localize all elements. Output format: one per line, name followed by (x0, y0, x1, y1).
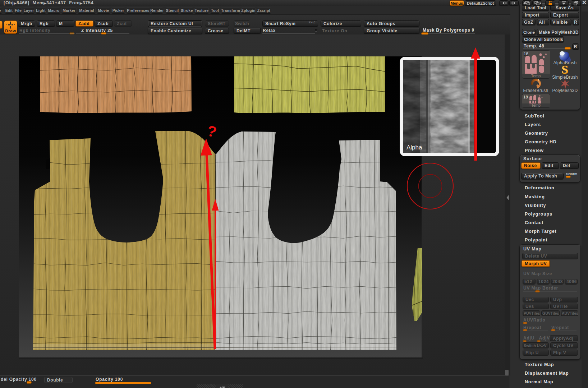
svg-text:Temp: Temp (531, 103, 541, 107)
svg-text:18: 18 (524, 52, 528, 56)
svg-text:S: S (561, 63, 568, 76)
svg-text:Alpha: Alpha (406, 144, 422, 151)
svg-text:18: 18 (523, 95, 528, 99)
svg-text:Temp: Temp (531, 74, 541, 78)
